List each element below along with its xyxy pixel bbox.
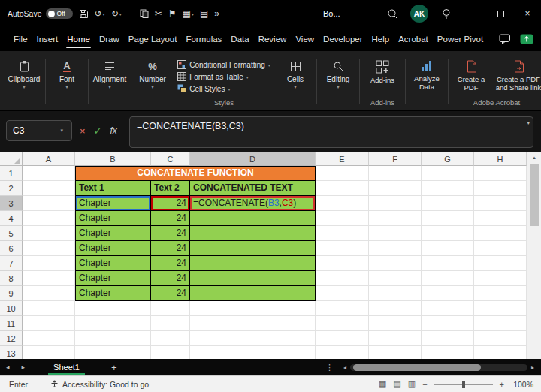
cell-H4[interactable] xyxy=(474,211,527,226)
row-header-12[interactable]: 12 xyxy=(0,331,23,346)
cell-F9[interactable] xyxy=(369,286,422,301)
cell-A6[interactable] xyxy=(23,241,75,256)
cell-E9[interactable] xyxy=(316,286,369,301)
cell-B11[interactable] xyxy=(75,316,151,331)
menu-tab-help[interactable]: Help xyxy=(367,27,394,51)
cell-D8[interactable] xyxy=(190,271,316,286)
more-options-icon[interactable]: ⋮ xyxy=(325,363,334,372)
cell-F2[interactable] xyxy=(369,181,422,196)
cell-B3[interactable]: Chapter xyxy=(75,196,151,211)
document-button[interactable]: ▤ xyxy=(200,8,208,19)
save-button[interactable] xyxy=(79,9,89,19)
cut-button[interactable]: ✂ xyxy=(155,8,162,19)
name-box[interactable]: C3 ▾ xyxy=(6,120,72,141)
menu-tab-file[interactable]: File xyxy=(9,27,32,51)
vertical-scrollbar[interactable]: ▴ xyxy=(527,152,541,359)
column-header-C[interactable]: C xyxy=(151,152,190,166)
cell-E7[interactable] xyxy=(316,256,369,271)
ribbon-group-number[interactable]: % Number ▾ xyxy=(133,53,172,110)
autosave-toggle[interactable]: AutoSave Off xyxy=(8,8,73,19)
share-button[interactable] xyxy=(520,33,533,45)
cell-H9[interactable] xyxy=(474,286,527,301)
cell-A8[interactable] xyxy=(23,271,75,286)
cell-G4[interactable] xyxy=(422,211,474,226)
format-as-table-button[interactable]: Format as Table ▾ xyxy=(177,72,249,81)
cell-G12[interactable] xyxy=(422,331,474,346)
cell-G3[interactable] xyxy=(422,196,474,211)
scroll-right-icon[interactable]: ▸ xyxy=(527,364,538,371)
cell-A1[interactable] xyxy=(23,166,75,181)
cell-D12[interactable] xyxy=(190,331,316,346)
analyze-data-button[interactable]: Analyze Data xyxy=(409,54,445,92)
horizontal-scrollbar[interactable]: ◂ ▸ xyxy=(340,359,538,375)
ribbon-group-alignment[interactable]: Alignment ▾ xyxy=(90,53,129,110)
cell-C13[interactable] xyxy=(151,346,190,359)
cell-G11[interactable] xyxy=(422,316,474,331)
cell-A7[interactable] xyxy=(23,256,75,271)
vertical-scrollbar-thumb[interactable] xyxy=(530,164,539,226)
cell-F6[interactable] xyxy=(369,241,422,256)
cell-B5[interactable]: Chapter xyxy=(75,226,151,241)
row-header-8[interactable]: 8 xyxy=(0,271,23,286)
cell-C11[interactable] xyxy=(151,316,190,331)
cell-A3[interactable] xyxy=(23,196,75,211)
column-header-B[interactable]: B xyxy=(75,152,151,166)
cell-H8[interactable] xyxy=(474,271,527,286)
column-header-E[interactable]: E xyxy=(316,152,369,166)
menu-tab-formulas[interactable]: Formulas xyxy=(181,27,226,51)
insert-function-icon[interactable]: fx xyxy=(110,125,117,136)
flag-button[interactable]: ⚑ xyxy=(168,8,177,19)
cell-C4[interactable]: 24 xyxy=(151,211,190,226)
cell-E1[interactable] xyxy=(316,166,369,181)
cell-F4[interactable] xyxy=(369,211,422,226)
create-pdf-button[interactable]: Create a PDF xyxy=(452,54,491,92)
cell-H7[interactable] xyxy=(474,256,527,271)
cell-B10[interactable] xyxy=(75,301,151,316)
cell-B2[interactable]: Text 1 xyxy=(75,181,151,196)
cell-C6[interactable]: 24 xyxy=(151,241,190,256)
menu-tab-data[interactable]: Data xyxy=(226,27,253,51)
row-header-10[interactable]: 10 xyxy=(0,301,23,316)
cell-A13[interactable] xyxy=(23,346,75,359)
cell-E11[interactable] xyxy=(316,316,369,331)
cell-E6[interactable] xyxy=(316,241,369,256)
cell-A12[interactable] xyxy=(23,331,75,346)
page-layout-view-icon[interactable]: ▤ xyxy=(393,379,400,389)
cell-F7[interactable] xyxy=(369,256,422,271)
minimize-button[interactable]: ─ xyxy=(460,0,487,27)
cell-H12[interactable] xyxy=(474,331,527,346)
row-header-5[interactable]: 5 xyxy=(0,226,23,241)
cell-E8[interactable] xyxy=(316,271,369,286)
menu-tab-view[interactable]: View xyxy=(291,27,319,51)
more-commands-button[interactable]: » xyxy=(214,8,219,19)
zoom-slider-thumb[interactable] xyxy=(462,381,465,388)
cell-E13[interactable] xyxy=(316,346,369,359)
cell-D6[interactable] xyxy=(190,241,316,256)
active-cell-D3[interactable]: =CONCATENATE(B3,C3) xyxy=(190,196,316,211)
cell-C9[interactable]: 24 xyxy=(151,286,190,301)
column-header-F[interactable]: F xyxy=(369,152,422,166)
row-header-11[interactable]: 11 xyxy=(0,316,23,331)
sheet-nav-right-icon[interactable]: ▸ xyxy=(16,363,32,371)
conditional-formatting-button[interactable]: Conditional Formatting ▾ xyxy=(177,60,270,69)
formula-input[interactable]: =CONCATENATE(B3,C3) xyxy=(129,116,533,148)
cell-H1[interactable] xyxy=(474,166,527,181)
maximize-button[interactable] xyxy=(487,0,514,27)
cell-H10[interactable] xyxy=(474,301,527,316)
cell-G13[interactable] xyxy=(422,346,474,359)
ribbon-group-cells[interactable]: Cells ▾ xyxy=(276,53,315,110)
cell-G7[interactable] xyxy=(422,256,474,271)
cell-styles-button[interactable]: Cell Styles ▾ xyxy=(177,84,230,93)
column-header-H[interactable]: H xyxy=(474,152,527,166)
cell-A5[interactable] xyxy=(23,226,75,241)
row-header-13[interactable]: 13 xyxy=(0,346,23,359)
cell-H2[interactable] xyxy=(474,181,527,196)
cell-E3[interactable] xyxy=(316,196,369,211)
cell-F10[interactable] xyxy=(369,301,422,316)
tips-button[interactable] xyxy=(433,0,460,27)
cell-D10[interactable] xyxy=(190,301,316,316)
add-sheet-button[interactable]: + xyxy=(111,362,117,373)
cell-C3[interactable]: 24 xyxy=(151,196,190,211)
redo-button[interactable]: ↻▾ xyxy=(111,8,122,19)
cell-C10[interactable] xyxy=(151,301,190,316)
